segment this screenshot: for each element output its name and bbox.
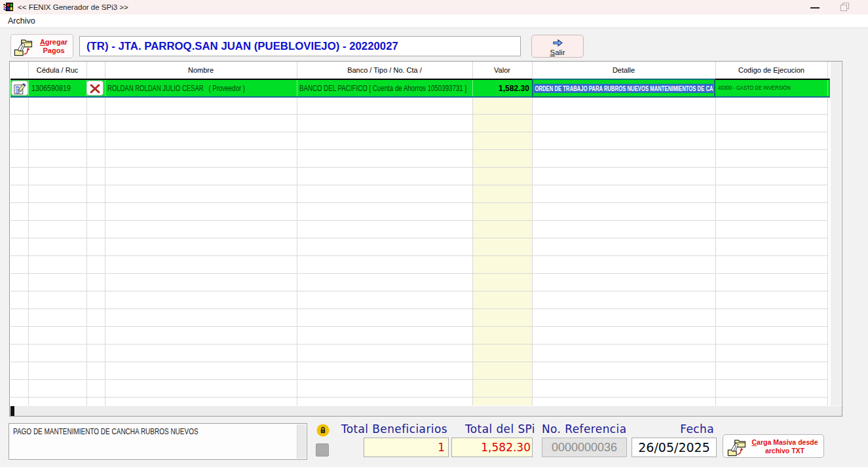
col-header-cedula[interactable]: Cédula / Ruc (28, 62, 86, 79)
row-cell-separator (28, 80, 29, 96)
grid-horizontal-scrollbar[interactable] (10, 406, 842, 416)
cell-codigo: 40300 - GASTO DE INVERSIÓN (718, 80, 791, 96)
gridline (472, 62, 473, 405)
grid-empty-row[interactable] (10, 203, 827, 221)
grid-empty-row[interactable] (10, 327, 827, 345)
total-spi-value: 1,582.30 (451, 438, 533, 457)
exit-arrow-icon (553, 39, 563, 47)
col-header-nombre[interactable]: Nombre (105, 62, 297, 79)
grid-empty-row[interactable] (10, 238, 827, 256)
grid-empty-row[interactable] (10, 150, 827, 168)
grid-empty-row[interactable] (10, 345, 827, 362)
gridline (86, 62, 87, 405)
restore-button[interactable] (837, 0, 853, 14)
spi-title-text: (TR) - JTA. PARROQ.SAN JUAN (PUEBLOVIEJO… (86, 37, 398, 56)
grid-empty-row[interactable] (10, 115, 827, 132)
minimize-icon (810, 7, 820, 9)
salir-label: Salir (532, 48, 583, 57)
payments-grid[interactable]: Cédula / Ruc Nombre Banco / Tipo / No. C… (9, 61, 842, 417)
cell-banco: BANCO DEL PACIFICO [ Cuenta de Ahorros 1… (299, 80, 466, 96)
gridline (105, 62, 105, 405)
cell-cedula: 1306590819 (31, 80, 71, 96)
cell-valor: 1,582.30 (467, 80, 529, 96)
agregar-pagos-button[interactable]: Agregar Pagos (10, 34, 73, 58)
edit-payment-button[interactable] (11, 81, 28, 96)
window-title: << FENIX Generador de SPi3 >> (18, 0, 128, 14)
cell-nombre: ROLDAN ROLDAN JULIO CESAR ( Proveedor ) (107, 80, 245, 96)
agregar-pagos-label: Agregar Pagos (35, 38, 73, 55)
detalle-text-selection: ORDEN DE TRABAJO PARA RUBROS NUEVOS MANT… (534, 84, 713, 93)
grid-empty-row[interactable] (10, 221, 827, 238)
col-header-codigo[interactable]: Codigo de Ejecucion (715, 62, 827, 79)
grid-empty-row[interactable] (10, 291, 827, 309)
cell-detalle-editing[interactable]: ORDEN DE TRABAJO PARA RUBROS NUEVOS MANT… (532, 79, 715, 98)
grid-empty-row[interactable] (10, 97, 827, 115)
grid-horizontal-scrollbar-thumb[interactable] (10, 406, 14, 416)
salir-button[interactable]: Salir (531, 35, 584, 58)
grid-empty-row[interactable] (10, 132, 827, 150)
row-cell-separator (297, 80, 297, 96)
gridline (28, 62, 29, 405)
title-bar: << FENIX Generador de SPi3 >> (0, 0, 868, 14)
spi-title-field[interactable]: (TR) - JTA. PARROQ.SAN JUAN (PUEBLOVIEJO… (79, 36, 521, 56)
carga-masiva-folders-icon (727, 438, 747, 457)
grid-empty-row[interactable] (10, 380, 827, 398)
total-spi-label: Total del SPi (451, 423, 535, 434)
grid-vertical-scrollbar[interactable] (831, 62, 841, 405)
menu-bar: Archivo (0, 14, 868, 28)
grid-empty-row[interactable] (10, 274, 827, 291)
grid-empty-row[interactable] (10, 256, 827, 274)
row-cell-separator (472, 80, 473, 96)
no-referencia-label: No. Referencia (542, 423, 627, 434)
gridline (827, 62, 828, 405)
gray-square-button[interactable] (316, 443, 329, 457)
grid-empty-row[interactable] (10, 309, 827, 327)
gridline (532, 62, 533, 405)
descripcion-textarea[interactable]: PAGO DE MANTENIMIENTO DE CANCHA RUBROS N… (9, 423, 307, 460)
lock-icon[interactable] (316, 424, 330, 437)
col-header-banco[interactable]: Banco / Tipo / No. Cta / (297, 62, 472, 79)
row-cell-separator (105, 80, 105, 96)
fecha-label: Fecha (632, 423, 714, 434)
carga-masiva-button[interactable]: Carga Masiva desde archivo TXT (723, 434, 824, 458)
grid-empty-row[interactable] (10, 168, 827, 185)
total-beneficiarios-label: Total Beneficiarios (340, 423, 447, 434)
fecha-field[interactable]: 26/05/2025 (632, 438, 717, 457)
row-cell-separator (86, 80, 87, 96)
carga-masiva-label: Carga Masiva desde archivo TXT (748, 438, 821, 455)
grid-empty-rows (10, 97, 827, 405)
descripcion-text: PAGO DE MANTENIMIENTO DE CANCHA RUBROS N… (13, 427, 198, 436)
delete-x-icon (89, 83, 102, 95)
grid-empty-row[interactable] (10, 185, 827, 203)
descripcion-scrollbar[interactable] (297, 424, 306, 458)
grid-empty-row[interactable] (10, 362, 827, 380)
app-windows-logo-icon (3, 2, 14, 12)
col-header-detalle[interactable]: Detalle (532, 62, 715, 79)
no-referencia-field: 0000000036 (542, 438, 627, 457)
gridline (715, 62, 716, 405)
menu-item-archivo[interactable]: Archivo (5, 14, 38, 28)
edit-form-icon (14, 83, 26, 95)
total-beneficiarios-value: 1 (364, 438, 449, 457)
delete-payment-button[interactable] (86, 81, 104, 96)
row-cell-separator (827, 80, 828, 96)
gridline (297, 62, 297, 405)
payment-row-selected[interactable]: 1306590819 ROLDAN ROLDAN JULIO CESAR ( P… (10, 79, 830, 98)
col-header-valor[interactable]: Valor (472, 62, 532, 79)
add-payments-folders-icon (14, 37, 33, 57)
minimize-button[interactable] (807, 0, 823, 14)
